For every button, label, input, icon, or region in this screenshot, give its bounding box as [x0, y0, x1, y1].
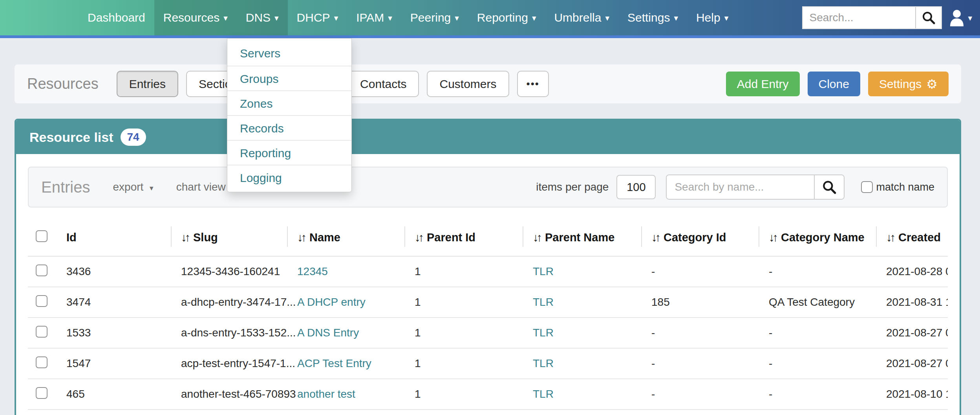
col-header-parent-name[interactable]: ↓↑Parent Name: [523, 219, 641, 256]
nav-item-dashboard[interactable]: Dashboard: [79, 0, 154, 35]
nav-label: Help: [696, 11, 720, 24]
select-all-checkbox[interactable]: [36, 230, 48, 242]
col-header-id[interactable]: Id: [56, 219, 171, 256]
col-label: Category Id: [664, 231, 726, 244]
col-header-name[interactable]: ↓↑Name: [287, 219, 404, 256]
row-checkbox[interactable]: [36, 326, 48, 338]
entry-name-link[interactable]: ACP Test Entry: [297, 357, 371, 369]
parent-name-link[interactable]: TLR: [533, 265, 554, 277]
col-header-created[interactable]: ↓↑Created: [876, 219, 948, 256]
table-search-input[interactable]: [667, 175, 814, 199]
chart-view-link[interactable]: chart view: [176, 181, 226, 193]
tab-customers[interactable]: Customers: [427, 71, 509, 97]
col-label: Parent Name: [545, 231, 614, 244]
export-label: export: [113, 181, 144, 193]
panel-title: Resource list: [29, 130, 113, 145]
table-row: 1533 a-dns-entry-1533-152... A DNS Entry…: [28, 318, 948, 348]
dns-menu-servers[interactable]: Servers: [227, 41, 351, 66]
resource-list-panel: Resource list 74 Entries export ▾ chart …: [15, 119, 961, 415]
table-search-button[interactable]: [814, 175, 844, 199]
settings-button[interactable]: Settings ⚙: [868, 72, 949, 96]
entry-name-link[interactable]: A DNS Entry: [297, 327, 359, 339]
sort-icon: ↓↑: [181, 231, 188, 244]
col-label: Slug: [193, 231, 218, 244]
nav-item-resources[interactable]: Resources ▾: [154, 0, 237, 35]
tab-contacts[interactable]: Contacts: [347, 71, 419, 97]
nav-item-reporting[interactable]: Reporting ▾: [468, 0, 545, 35]
parent-name-link[interactable]: TLR: [533, 327, 554, 339]
cell-category-name: -: [759, 318, 876, 348]
cell-parent-id: 1: [404, 379, 523, 409]
clone-button[interactable]: Clone: [808, 72, 860, 96]
dns-menu-logging[interactable]: Logging: [227, 165, 351, 189]
row-checkbox[interactable]: [36, 356, 48, 368]
sort-icon: ↓↑: [769, 231, 776, 244]
add-entry-button[interactable]: Add Entry: [726, 72, 800, 96]
global-search-input[interactable]: [803, 7, 915, 28]
row-checkbox[interactable]: [36, 387, 48, 399]
cell-category-name: -: [759, 256, 876, 287]
items-per-page-input[interactable]: [616, 175, 656, 199]
cell-category-id: -: [641, 318, 759, 348]
caret-down-icon: ▾: [724, 14, 729, 22]
caret-down-icon: ▾: [150, 184, 154, 192]
caret-down-icon: ▾: [605, 14, 609, 22]
nav-item-umbrella[interactable]: Umbrella ▾: [545, 0, 618, 35]
search-icon: [822, 180, 837, 195]
nav-label: Umbrella: [554, 11, 601, 24]
dns-menu-reporting[interactable]: Reporting: [227, 140, 351, 165]
nav-item-dns[interactable]: DNS ▾: [237, 0, 288, 35]
col-header-category-name[interactable]: ↓↑Category Name: [759, 219, 876, 256]
dns-menu-records[interactable]: Records: [227, 115, 351, 140]
nav-item-peering[interactable]: Peering ▾: [401, 0, 468, 35]
cell-id: 3474: [56, 287, 171, 318]
table-row: 1547 acp-test-entry-1547-1... ACP Test E…: [28, 348, 948, 379]
top-navbar: Dashboard Resources ▾ DNS ▾ DHCP ▾ IPAM …: [0, 0, 980, 38]
row-checkbox[interactable]: [36, 264, 48, 276]
caret-down-icon: ▾: [532, 14, 536, 22]
table-row: 465 another-test-465-70893 another test …: [28, 379, 948, 409]
global-search-button[interactable]: [915, 7, 941, 28]
items-per-page-label: items per page: [536, 181, 609, 193]
parent-name-link[interactable]: TLR: [533, 388, 554, 400]
entries-toolbar: Entries export ▾ chart view show filters…: [28, 167, 948, 208]
col-header-slug[interactable]: ↓↑Slug: [171, 219, 287, 256]
table-row: 3436 12345-3436-160241 12345 1 TLR - - 2…: [28, 256, 948, 287]
cell-parent-id: 1: [404, 348, 523, 379]
tab-entries[interactable]: Entries: [117, 71, 178, 97]
resource-table-wrap: Id ↓↑Slug ↓↑Name ↓↑Parent Id ↓↑Parent Na…: [28, 219, 948, 410]
cell-category-name: -: [759, 379, 876, 409]
parent-name-link[interactable]: TLR: [533, 296, 554, 308]
parent-name-link[interactable]: TLR: [533, 357, 554, 369]
search-icon: [921, 11, 936, 25]
entry-name-link[interactable]: another test: [297, 388, 355, 400]
export-dropdown[interactable]: export ▾: [113, 181, 154, 193]
col-header-category-id[interactable]: ↓↑Category Id: [641, 219, 759, 256]
nav-label: Resources: [163, 11, 219, 24]
cell-id: 1547: [56, 348, 171, 379]
row-checkbox[interactable]: [36, 295, 48, 307]
nav-item-ipam[interactable]: IPAM ▾: [347, 0, 401, 35]
entry-name-link[interactable]: 12345: [297, 265, 328, 277]
caret-down-icon: ▾: [223, 14, 228, 22]
page-header-bar: Resources Entries Sections Contacts Cust…: [15, 64, 961, 103]
nav-label: IPAM: [356, 11, 384, 24]
nav-item-help[interactable]: Help ▾: [687, 0, 737, 35]
cell-created: 2021-08-10 17: [876, 379, 948, 409]
resource-table: Id ↓↑Slug ↓↑Name ↓↑Parent Id ↓↑Parent Na…: [28, 219, 948, 410]
nav-item-settings[interactable]: Settings ▾: [618, 0, 687, 35]
cell-parent-id: 1: [404, 318, 523, 348]
more-tabs-button[interactable]: •••: [517, 71, 549, 97]
nav-item-dhcp[interactable]: DHCP ▾: [288, 0, 347, 35]
col-header-parent-id[interactable]: ↓↑Parent Id: [404, 219, 523, 256]
nav-label: Reporting: [477, 11, 528, 24]
table-row: 3474 a-dhcp-entry-3474-17... A DHCP entr…: [28, 287, 948, 318]
dns-menu-groups[interactable]: Groups: [227, 66, 351, 90]
add-entry-label: Add Entry: [737, 77, 789, 91]
match-name-checkbox[interactable]: [861, 181, 873, 193]
user-menu[interactable]: ▾: [949, 9, 972, 26]
cell-created: 2021-08-28 00: [876, 256, 948, 287]
entry-name-link[interactable]: A DHCP entry: [297, 296, 366, 308]
cell-slug: a-dns-entry-1533-152...: [171, 318, 287, 348]
dns-menu-zones[interactable]: Zones: [227, 90, 351, 115]
